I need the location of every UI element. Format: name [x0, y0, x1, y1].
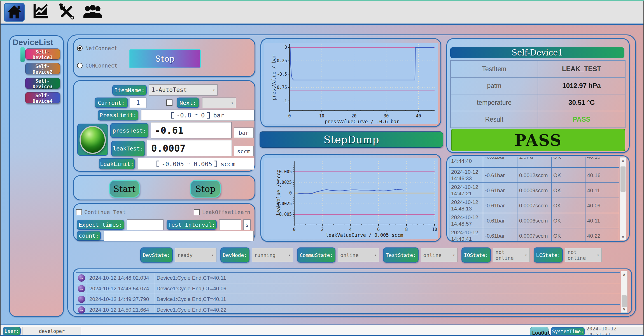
leak-offset-checkbox[interactable] [194, 209, 200, 215]
device-button[interactable]: Self-Device1 [25, 48, 60, 60]
expect-times-input[interactable] [127, 219, 164, 230]
log-message: Device1:Cycle End,CT=40.11 [154, 273, 620, 283]
tilde: ~ [187, 160, 190, 166]
current-input[interactable]: 1 [130, 98, 146, 108]
status-item: DevMode: running ▾ [220, 247, 293, 263]
comconnect-radio[interactable] [77, 63, 83, 68]
log-scrollbar[interactable]: ∧ ∨ [621, 271, 627, 313]
device-info-panel: Self-Device1 TestItem LEAK_TEST patm 101… [446, 38, 630, 153]
users-nav-button[interactable] [82, 3, 104, 22]
settings-nav-button[interactable] [55, 3, 77, 22]
stepdump-button[interactable]: StepDump [260, 131, 443, 148]
result-row[interactable]: 2024-10-12 14:49:41 -0.61bar 0.0007sccm … [449, 228, 619, 242]
results-table-panel: 14:44:40 -0.61bar 1.9Pa OK 40.19 2024-10… [446, 155, 630, 242]
svg-text:40: 40 [416, 113, 421, 119]
status-label-chip: CommuState: [297, 247, 335, 263]
next-checkbox[interactable] [166, 99, 172, 106]
continue-test-option[interactable]: Continue Test [76, 209, 126, 215]
logout-button[interactable]: LogOut [530, 327, 549, 336]
svg-text:-0.5: -0.5 [277, 72, 287, 77]
results-scrollbar[interactable]: ∧ ∨ [620, 157, 626, 240]
netconnect-option[interactable]: NetConnect [77, 45, 117, 51]
device-button[interactable]: Self-Device2 [25, 63, 60, 74]
comconnect-option[interactable]: COMConnect [77, 62, 117, 69]
tilde: ~ [195, 111, 198, 117]
status-dropdown[interactable]: online ▾ [338, 248, 379, 262]
info-value: 30.51 °C [538, 94, 626, 111]
test-interval-input[interactable] [219, 219, 241, 230]
home-button[interactable] [4, 3, 25, 22]
info-row: Result PASS [451, 111, 626, 128]
scroll-thumb[interactable] [620, 166, 626, 192]
status-bar: DevState: ready ▾ DevMode: running ▾ Com… [140, 247, 602, 263]
log-message: Device1:Cycle End,CT=40.22 [154, 305, 620, 315]
info-label: patm [451, 78, 538, 94]
scroll-track[interactable] [621, 278, 627, 306]
itemname-dropdown[interactable]: 1-AutoTest ▾ [149, 84, 218, 96]
result-cell-time: 2024-10-12 14:46:33 [449, 168, 483, 182]
info-value: LEAK_TEST [538, 61, 626, 77]
result-row[interactable]: 14:44:40 -0.61bar 1.9Pa OK 40.19 [449, 157, 619, 168]
result-row[interactable]: 2024-10-12 14:47:21 -0.61bar 0.0009sccm … [449, 183, 619, 198]
scroll-up-icon[interactable]: ∧ [622, 157, 625, 164]
status-value: not online [496, 249, 525, 261]
svg-text:8: 8 [405, 227, 408, 232]
status-dropdown[interactable]: ready ▾ [175, 248, 216, 262]
svg-text:6: 6 [377, 227, 380, 232]
result-cell-time: 2024-10-12 14:48:13 [449, 198, 483, 213]
result-cell-time: 2024-10-12 14:47:21 [449, 183, 483, 198]
log-arrow-icon: → [78, 285, 85, 292]
leak-chart-panel: 02468100.0050.00250-0.0025-0.005leakValu… [260, 154, 441, 242]
next-dropdown[interactable]: ▾ [202, 98, 236, 108]
log-row[interactable]: → 2024-10-12 14:49:37.790 Device1:Cycle … [76, 294, 620, 305]
leaklimit-chip: LeakLimit: [99, 158, 135, 169]
count-input[interactable] [104, 231, 254, 241]
device-button[interactable]: Self-Device3 [25, 78, 60, 89]
result-row[interactable]: 2024-10-12 14:48:57 -0.61bar 0.0006sccm … [449, 213, 619, 228]
scroll-track[interactable] [620, 164, 626, 233]
device-info-title: Self-Device1 [450, 47, 624, 58]
log-row[interactable]: → 2024-10-12 14:50:21.664 Device1:Cycle … [76, 305, 620, 315]
users-icon [82, 4, 103, 21]
result-cell-press: -0.61bar [483, 228, 517, 242]
result-cell-ok: OK [552, 198, 585, 213]
status-dropdown[interactable]: not online ▾ [493, 248, 530, 262]
presslimit-low: -0.8 [176, 112, 191, 119]
result-row[interactable]: 2024-10-12 14:46:33 -0.61bar 0.0012sccm … [449, 168, 619, 183]
result-row[interactable]: 2024-10-12 14:48:13 -0.61bar 0.0007sccm … [449, 198, 619, 213]
toolbar [1, 1, 644, 25]
log-arrow-icon: → [78, 274, 85, 282]
leaktest-unit: sccm [234, 146, 254, 156]
status-dropdown[interactable]: running ▾ [252, 248, 293, 262]
netconnect-radio[interactable] [77, 45, 83, 51]
connection-panel: NetConnect COMConnect Stop [73, 38, 255, 77]
info-row: temperature 30.51 °C [451, 94, 626, 111]
stop-button[interactable]: Stop [190, 180, 221, 198]
comconnect-label: COMConnect [85, 62, 117, 69]
log-time: 2024-10-12 14:50:21.664 [87, 305, 154, 315]
scroll-thumb[interactable] [622, 295, 627, 307]
leaktest-field: 0.0007 [147, 140, 232, 156]
result-cell-ct: 40.16 [585, 168, 619, 182]
info-row: patm 1012.97 hPa [451, 78, 626, 94]
log-row[interactable]: → 2024-10-12 14:48:54.074 Device1:Cycle … [76, 283, 620, 294]
scroll-up-icon[interactable]: ∧ [623, 271, 626, 278]
result-cell-leak: 0.0012sccm [517, 168, 552, 182]
status-lamp-plate [77, 124, 108, 156]
chart-nav-button[interactable] [29, 3, 51, 22]
connection-stop-button[interactable]: Stop [129, 49, 201, 68]
log-row[interactable]: → 2024-10-12 14:48:02.034 Device1:Cycle … [76, 273, 620, 283]
start-button[interactable]: Start [109, 180, 140, 198]
status-item: LCState: not online ▾ [534, 247, 602, 263]
run-panel: Start Stop [73, 175, 255, 200]
status-dropdown[interactable]: online ▾ [421, 248, 458, 262]
scroll-down-icon[interactable]: ∨ [622, 233, 625, 240]
leak-offset-option[interactable]: LeakOffsetLearn [194, 209, 250, 215]
status-dropdown[interactable]: not online ▾ [565, 248, 602, 262]
device-button[interactable]: Self-Device4 [25, 92, 60, 103]
continue-test-checkbox[interactable] [76, 209, 82, 215]
press-chart-panel: 0102030400-0.25-0.5-0.75-1pressValueCurv… [260, 38, 441, 127]
user-chip: User: [3, 327, 21, 335]
itemname-value: 1-AutoTest [151, 87, 187, 93]
leak-chart-plot: 02468100.0050.00250-0.0025-0.005leakValu… [264, 158, 438, 239]
